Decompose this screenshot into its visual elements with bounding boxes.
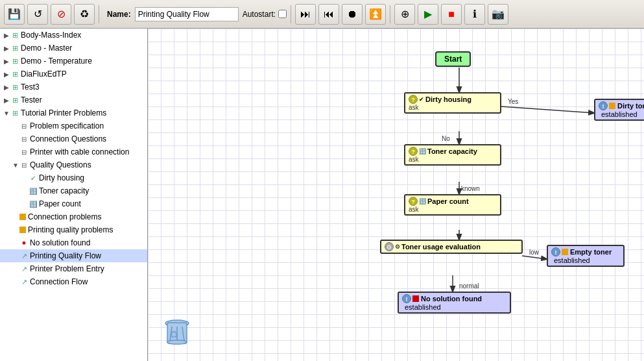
- sidebar-item-printer-problem-entry[interactable]: ↗ Printer Problem Entry: [0, 262, 147, 275]
- nav-forward-button[interactable]: ⏭: [295, 4, 316, 25]
- question-icon: ✔: [29, 175, 38, 182]
- node-body: established: [402, 303, 507, 311]
- nav-up-button[interactable]: ⏫: [365, 4, 386, 25]
- sidebar-item-label: Quality Questions: [30, 160, 91, 169]
- sidebar-item-label: Dirty housing: [39, 173, 84, 182]
- flow-icon: ⊞: [10, 96, 19, 105]
- sidebar-item-printer-cable[interactable]: ⊟ Printer with cable connection: [0, 145, 147, 158]
- sidebar-item-tutorial-printer[interactable]: ▼ ⊞ Tutorial Printer Problems: [0, 106, 147, 119]
- sidebar-item-printing-quality-flow[interactable]: ↗ Printing Quality Flow: [0, 249, 147, 262]
- sidebar-item-quality-questions[interactable]: ▼ ⊟ Quality Questions: [0, 158, 147, 171]
- flow-name-input[interactable]: [135, 7, 239, 21]
- node-title: Dirty toner: [617, 102, 644, 110]
- sidebar-item-demo-temp[interactable]: ▶ ⊞ Demo - Temperature: [0, 55, 147, 68]
- no-solution-node[interactable]: ! No solution found established: [398, 292, 511, 314]
- folder-icon: ⊟: [19, 162, 29, 169]
- paper-count-node[interactable]: ? 🔢 Paper count ask: [404, 194, 501, 216]
- sidebar-item-problem-spec[interactable]: ⊟ Problem specification: [0, 119, 147, 132]
- divider3: [390, 5, 390, 23]
- main-area: ▶ ⊞ Body-Mass-Index ▶ ⊞ Demo - Master ▶ …: [0, 29, 644, 361]
- toggle-icon: ▶: [3, 45, 10, 52]
- node-title: Paper count: [427, 197, 469, 205]
- svg-line-5: [522, 256, 547, 259]
- share-button[interactable]: ⊕: [394, 4, 415, 25]
- sidebar-item-label: Printing quality problems: [28, 225, 113, 234]
- nav-record-button[interactable]: ⏺: [342, 4, 363, 25]
- sidebar-item-no-solution[interactable]: ■ No solution found: [0, 236, 147, 249]
- toggle-icon: [12, 253, 19, 260]
- doc-icon: ⊟: [19, 123, 29, 130]
- sidebar-item-label: Printing Quality Flow: [30, 251, 101, 260]
- svg-text:normal: normal: [459, 282, 479, 290]
- toggle-icon: [21, 188, 29, 195]
- sidebar-item-tester[interactable]: ▶ ⊞ Tester: [0, 93, 147, 106]
- stop-button[interactable]: ⊘: [51, 4, 71, 25]
- refresh-button[interactable]: ↺: [27, 4, 48, 25]
- sidebar-item-label: Tutorial Printer Problems: [21, 108, 106, 118]
- node-sub: ask: [409, 156, 497, 163]
- flow-canvas[interactable]: Yes No known low normal Start ? ✔ Dirty …: [148, 29, 644, 361]
- sidebar-item-diaflux[interactable]: ▶ ⊞ DiaFluxEdTP: [0, 68, 147, 81]
- doc-icon: ⊟: [19, 149, 29, 156]
- trash-icon: ♻: [161, 314, 193, 353]
- flow-icon: ⊞: [10, 70, 19, 79]
- toggle-icon: ▼: [12, 162, 19, 169]
- sidebar-item-dirty-housing[interactable]: ✔ Dirty housing: [0, 171, 147, 184]
- sidebar-item-label: Test3: [21, 82, 40, 92]
- sidebar-item-connection-flow[interactable]: ↗ Connection Flow: [0, 275, 147, 288]
- toner-usage-node[interactable]: ⚙ ⚙ Toner usage evaluation: [380, 240, 523, 254]
- sidebar-item-label: Printer with cable connection: [30, 147, 129, 156]
- sidebar-item-demo-master[interactable]: ▶ ⊞ Demo - Master: [0, 42, 147, 55]
- start-node[interactable]: Start: [435, 51, 471, 67]
- sidebar-item-connection-problems[interactable]: Connection problems: [0, 210, 147, 223]
- node-sub: ask: [409, 104, 497, 111]
- gear-badge: ⚙: [385, 242, 394, 251]
- gear-icon: ⚙: [395, 243, 400, 250]
- toggle-icon: ▶: [3, 84, 10, 91]
- num-icon: 🔢: [419, 148, 426, 155]
- info-button[interactable]: ℹ: [464, 4, 485, 25]
- node-title: Empty toner: [570, 248, 612, 256]
- sidebar-item-toner-capacity[interactable]: 🔢 Toner capacity: [0, 184, 147, 197]
- info-badge: !: [402, 294, 411, 303]
- flow-icon: ↗: [19, 265, 29, 273]
- toggle-icon: ▶: [3, 71, 10, 78]
- sidebar-item-label: Demo - Master: [21, 44, 72, 53]
- sidebar-item-label: No solution found: [30, 238, 90, 247]
- checkmark-icon: ✔: [419, 96, 424, 103]
- sidebar-item-label: Connection problems: [28, 212, 101, 221]
- node-title: No solution found: [421, 295, 482, 303]
- stop2-button[interactable]: ■: [441, 4, 462, 25]
- sidebar-item-label: Toner capacity: [39, 186, 89, 195]
- nav-back-button[interactable]: ⏮: [318, 4, 339, 25]
- sidebar: ▶ ⊞ Body-Mass-Index ▶ ⊞ Demo - Master ▶ …: [0, 29, 148, 361]
- play-button[interactable]: ▶: [418, 4, 438, 25]
- recycle-button[interactable]: ♻: [74, 4, 95, 25]
- orange-sq-icon: [562, 249, 568, 255]
- toggle-icon: [12, 279, 19, 286]
- toggle-icon: [21, 201, 29, 208]
- autostart-checkbox[interactable]: [278, 10, 287, 18]
- dirty-housing-node[interactable]: ? ✔ Dirty housing ask: [404, 92, 501, 114]
- dirty-toner-node[interactable]: ! Dirty toner established: [594, 99, 644, 121]
- sidebar-item-printing-quality[interactable]: Printing quality problems: [0, 223, 147, 236]
- folder-icon: ⊞: [10, 109, 19, 118]
- divider1: [99, 5, 99, 23]
- num-icon: 🔢: [419, 198, 426, 205]
- toner-capacity-node[interactable]: ? 🔢 Toner capacity ask: [404, 144, 501, 166]
- sidebar-item-body-mass[interactable]: ▶ ⊞ Body-Mass-Index: [0, 29, 147, 42]
- empty-toner-node[interactable]: ! Empty toner established: [547, 245, 625, 267]
- toolbar: 💾 ↺ ⊘ ♻ Name: Autostart: ⏭ ⏮ ⏺ ⏫ ⊕ ▶ ■ ℹ…: [0, 0, 644, 29]
- trash-area: ♻: [161, 314, 193, 355]
- sidebar-item-label: Printer Problem Entry: [30, 264, 104, 273]
- orange-sq-icon: [609, 103, 615, 109]
- node-body: established: [599, 110, 644, 118]
- camera-button[interactable]: 📷: [488, 4, 508, 25]
- sidebar-item-connection-questions[interactable]: ⊟ Connection Questions: [0, 132, 147, 145]
- save-button[interactable]: 💾: [4, 4, 25, 25]
- sidebar-item-paper-count[interactable]: 🔢 Paper count: [0, 197, 147, 210]
- flow-icon: ⊞: [10, 31, 19, 40]
- sidebar-item-label: Demo - Temperature: [21, 56, 92, 66]
- toggle-icon: [12, 240, 19, 247]
- sidebar-item-test3[interactable]: ▶ ⊞ Test3: [0, 81, 147, 93]
